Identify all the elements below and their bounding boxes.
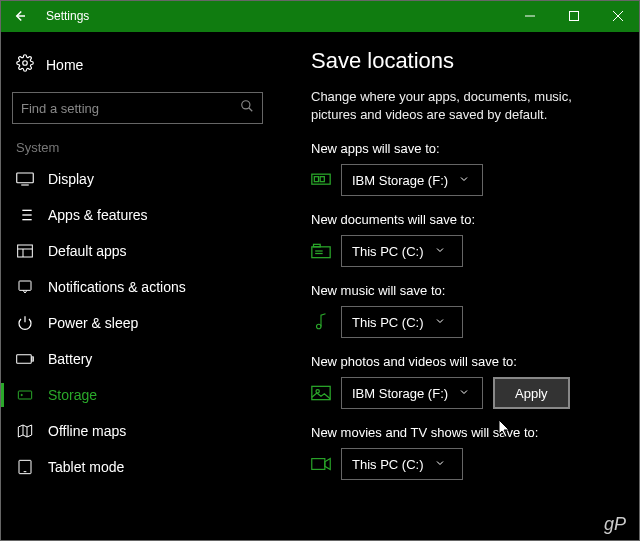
svg-rect-16 — [18, 245, 33, 257]
power-icon — [16, 315, 34, 331]
svg-line-7 — [249, 108, 253, 112]
sidebar-item-display[interactable]: Display — [12, 161, 273, 197]
sidebar-item-label: Notifications & actions — [48, 279, 186, 295]
setting-apps: New apps will save to: IBM Storage (F:) — [311, 141, 622, 196]
movies-drive-icon — [311, 456, 331, 472]
search-icon — [240, 99, 254, 117]
sidebar: Home Find a setting System Display Apps … — [0, 32, 273, 541]
sidebar-item-label: Default apps — [48, 243, 127, 259]
page-title: Save locations — [311, 48, 622, 74]
svg-rect-22 — [32, 357, 33, 361]
sidebar-item-label: Offline maps — [48, 423, 126, 439]
svg-point-5 — [23, 61, 28, 66]
list-icon — [16, 208, 34, 222]
setting-label: New movies and TV shows will save to: — [311, 425, 622, 440]
sidebar-item-power-sleep[interactable]: Power & sleep — [12, 305, 273, 341]
svg-rect-39 — [312, 459, 325, 470]
svg-rect-37 — [312, 386, 330, 399]
apps-drive-icon — [311, 172, 331, 188]
setting-label: New photos and videos will save to: — [311, 354, 622, 369]
sidebar-item-default-apps[interactable]: Default apps — [12, 233, 273, 269]
documents-drive-icon — [311, 243, 331, 259]
sidebar-item-label: Display — [48, 171, 94, 187]
chevron-down-icon — [434, 244, 446, 259]
tablet-icon — [16, 459, 34, 475]
svg-rect-23 — [18, 391, 31, 399]
music-location-dropdown[interactable]: This PC (C:) — [341, 306, 463, 338]
notifications-icon — [16, 279, 34, 295]
apply-button[interactable]: Apply — [493, 377, 570, 409]
sidebar-item-label: Power & sleep — [48, 315, 138, 331]
svg-rect-32 — [312, 247, 330, 258]
photos-location-dropdown[interactable]: IBM Storage (F:) — [341, 377, 483, 409]
close-button[interactable] — [596, 0, 640, 32]
dropdown-value: This PC (C:) — [352, 315, 424, 330]
default-apps-icon — [16, 244, 34, 258]
sidebar-item-label: Tablet mode — [48, 459, 124, 475]
setting-movies: New movies and TV shows will save to: Th… — [311, 425, 622, 480]
display-icon — [16, 172, 34, 186]
maps-icon — [16, 423, 34, 439]
svg-point-36 — [317, 324, 322, 329]
titlebar: Settings — [0, 0, 640, 32]
page-description: Change where your apps, documents, music… — [311, 88, 611, 123]
setting-label: New documents will save to: — [311, 212, 622, 227]
dropdown-value: This PC (C:) — [352, 457, 424, 472]
window-title: Settings — [46, 9, 89, 23]
window-controls — [508, 0, 640, 32]
sidebar-item-label: Apps & features — [48, 207, 148, 223]
svg-point-6 — [242, 101, 250, 109]
dropdown-value: This PC (C:) — [352, 244, 424, 259]
chevron-down-icon — [458, 173, 470, 188]
watermark: gP — [604, 514, 626, 535]
svg-rect-33 — [314, 244, 321, 247]
gear-icon — [16, 54, 34, 76]
svg-rect-19 — [19, 281, 31, 290]
svg-rect-8 — [17, 173, 34, 183]
svg-rect-30 — [314, 177, 318, 182]
dropdown-value: IBM Storage (F:) — [352, 386, 448, 401]
documents-location-dropdown[interactable]: This PC (C:) — [341, 235, 463, 267]
setting-label: New apps will save to: — [311, 141, 622, 156]
setting-music: New music will save to: This PC (C:) — [311, 283, 622, 338]
setting-documents: New documents will save to: This PC (C:) — [311, 212, 622, 267]
apps-location-dropdown[interactable]: IBM Storage (F:) — [341, 164, 483, 196]
back-button[interactable] — [6, 3, 32, 29]
setting-photos: New photos and videos will save to: IBM … — [311, 354, 622, 409]
search-placeholder: Find a setting — [21, 101, 99, 116]
content-pane: Save locations Change where your apps, d… — [273, 32, 640, 541]
search-input[interactable]: Find a setting — [12, 92, 263, 124]
home-nav[interactable]: Home — [12, 48, 273, 88]
sidebar-item-tablet-mode[interactable]: Tablet mode — [12, 449, 273, 485]
apply-label: Apply — [515, 386, 548, 401]
sidebar-item-notifications[interactable]: Notifications & actions — [12, 269, 273, 305]
category-label: System — [12, 138, 273, 161]
setting-label: New music will save to: — [311, 283, 622, 298]
minimize-button[interactable] — [508, 0, 552, 32]
svg-point-24 — [21, 394, 22, 395]
sidebar-item-label: Storage — [48, 387, 97, 403]
sidebar-item-battery[interactable]: Battery — [12, 341, 273, 377]
home-label: Home — [46, 57, 83, 73]
chevron-down-icon — [458, 386, 470, 401]
chevron-down-icon — [434, 457, 446, 472]
sidebar-item-label: Battery — [48, 351, 92, 367]
dropdown-value: IBM Storage (F:) — [352, 173, 448, 188]
maximize-button[interactable] — [552, 0, 596, 32]
sidebar-item-apps-features[interactable]: Apps & features — [12, 197, 273, 233]
music-drive-icon — [311, 314, 331, 330]
svg-rect-31 — [320, 177, 324, 182]
movies-location-dropdown[interactable]: This PC (C:) — [341, 448, 463, 480]
sidebar-item-storage[interactable]: Storage — [12, 377, 273, 413]
svg-rect-21 — [17, 355, 32, 363]
battery-icon — [16, 353, 34, 365]
sidebar-item-offline-maps[interactable]: Offline maps — [12, 413, 273, 449]
chevron-down-icon — [434, 315, 446, 330]
storage-icon — [16, 387, 34, 403]
svg-rect-2 — [570, 12, 579, 21]
photos-drive-icon — [311, 385, 331, 401]
